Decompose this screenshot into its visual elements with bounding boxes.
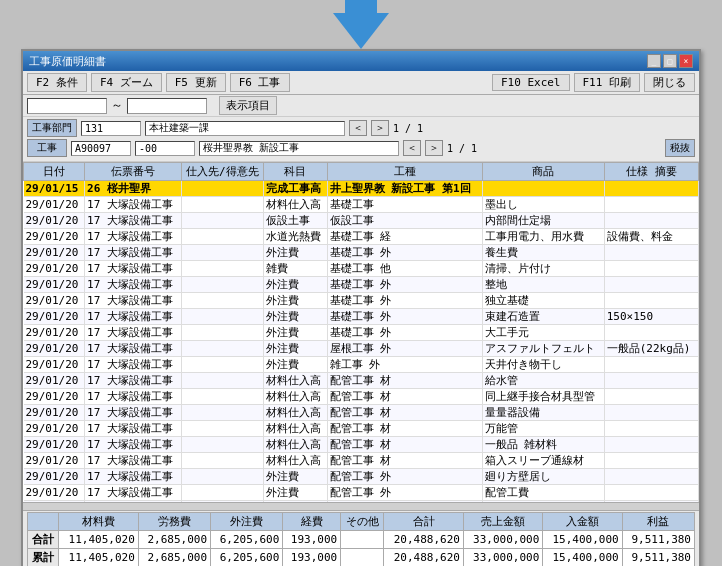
dept-next-button[interactable]: ＞ <box>371 120 389 136</box>
summary-col-other: その他 <box>341 513 384 531</box>
down-arrow <box>333 13 389 49</box>
data-table-container[interactable]: 日付 伝票番号 仕入先/得意先 科目 工種 商品 仕様 摘要 29/01/15 … <box>23 162 699 502</box>
f4-button[interactable]: F4 ズーム <box>91 73 162 92</box>
cell-supplier <box>181 437 263 453</box>
table-row[interactable]: 29/01/20 17 大塚設備工事 外注費 配管工事 外 配管工費 <box>24 485 699 501</box>
cell-spec <box>604 485 698 501</box>
highlighted-row[interactable]: 29/01/15 26 桜井聖界 完成工事高 井上聖界教 新設工事 第1回 <box>24 181 699 197</box>
scrollbar[interactable] <box>23 502 699 510</box>
cell-category: 水道光熱費 <box>263 229 327 245</box>
summary-other <box>341 531 384 549</box>
dept-code-input[interactable] <box>81 121 141 136</box>
summary-expense: 193,000 <box>283 531 341 549</box>
main-window: 工事原価明細書 _ □ × F2 条件 F4 ズーム F5 更新 F6 工事 F… <box>21 49 701 566</box>
dept-prev-button[interactable]: ＜ <box>349 120 367 136</box>
cell-product: 箱入スリーブ通線材 <box>482 453 604 469</box>
cell-worktype: 配管工事 材 <box>327 405 482 421</box>
project-name-input[interactable] <box>199 141 399 156</box>
f6-button[interactable]: F6 工事 <box>230 73 290 92</box>
table-row[interactable]: 29/01/20 17 大塚設備工事 外注費 屋根工事 外 アスファルトフェルト… <box>24 341 699 357</box>
summary-row: 累計 11,405,020 2,685,000 6,205,600 193,00… <box>28 549 695 567</box>
project-prev-button[interactable]: ＜ <box>403 140 421 156</box>
summary-col-profit: 利益 <box>622 513 694 531</box>
close-button[interactable]: × <box>679 54 693 68</box>
table-row[interactable]: 29/01/20 17 大塚設備工事 外注費 基礎工事 外 束建石造置 150×… <box>24 309 699 325</box>
table-row[interactable]: 29/01/20 17 大塚設備工事 材料仕入高 配管工事 材 量量器設備 <box>24 405 699 421</box>
cell-worktype: 基礎工事 <box>327 197 482 213</box>
cell-product: 天井付き物干し <box>482 357 604 373</box>
table-row[interactable]: 29/01/20 17 大塚設備工事 外注費 基礎工事 外 大工手元 <box>24 325 699 341</box>
cell-supplier <box>181 245 263 261</box>
cell-spec <box>604 453 698 469</box>
col-worktype: 工種 <box>327 163 482 181</box>
cell-supplier <box>181 197 263 213</box>
cell-invoice: 17 大塚設備工事 <box>85 357 182 373</box>
f2-button[interactable]: F2 条件 <box>27 73 87 92</box>
f11-button[interactable]: F11 印刷 <box>574 73 641 92</box>
cell-category: 外注費 <box>263 293 327 309</box>
cell-product: 養生費 <box>482 245 604 261</box>
summary-col-sales: 売上金額 <box>463 513 542 531</box>
cell-category: 材料仕入高 <box>263 197 327 213</box>
table-row[interactable]: 29/01/20 17 大塚設備工事 材料仕入高 配管工事 材 給水管 <box>24 373 699 389</box>
display-items-label[interactable]: 表示項目 <box>219 96 277 115</box>
summary-received: 15,400,000 <box>543 549 622 567</box>
cell-worktype: 基礎工事 外 <box>327 245 482 261</box>
cell-category: 材料仕入高 <box>263 373 327 389</box>
cell-category: 材料仕入高 <box>263 421 327 437</box>
cell-spec <box>604 245 698 261</box>
dept-name-input[interactable] <box>145 121 345 136</box>
cell-invoice: 17 大塚設備工事 <box>85 229 182 245</box>
cell-worktype: 屋根工事 外 <box>327 341 482 357</box>
cell-spec: 設備費、料金 <box>604 229 698 245</box>
cell-worktype: 基礎工事 外 <box>327 309 482 325</box>
project-code-input[interactable] <box>71 141 131 156</box>
cell-supplier <box>181 485 263 501</box>
cell-invoice: 17 大塚設備工事 <box>85 213 182 229</box>
cell-spec <box>604 197 698 213</box>
table-row[interactable]: 29/01/20 17 大塚設備工事 材料仕入高 配管工事 材 箱入スリーブ通線… <box>24 453 699 469</box>
cell-date: 29/01/15 <box>24 181 85 197</box>
close-window-button[interactable]: 閉じる <box>644 73 695 92</box>
cell-spec <box>604 389 698 405</box>
cell-date: 29/01/20 <box>24 389 85 405</box>
cell-worktype: 仮設工事 <box>327 213 482 229</box>
toolbar-right: F10 Excel F11 印刷 閉じる <box>492 73 695 92</box>
table-row[interactable]: 29/01/20 17 大塚設備工事 外注費 雑工事 外 天井付き物干し <box>24 357 699 373</box>
search-input-from[interactable] <box>27 98 107 114</box>
cell-worktype: 基礎工事 外 <box>327 277 482 293</box>
table-row[interactable]: 29/01/20 17 大塚設備工事 外注費 基礎工事 外 整地 <box>24 277 699 293</box>
f5-button[interactable]: F5 更新 <box>166 73 226 92</box>
table-row[interactable]: 29/01/20 17 大塚設備工事 材料仕入高 基礎工事 墨出し <box>24 197 699 213</box>
table-row[interactable]: 29/01/20 17 大塚設備工事 水道光熱費 基礎工事 経 工事用電力、用水… <box>24 229 699 245</box>
dept-row: 工事部門 ＜ ＞ 1 / 1 <box>27 119 695 137</box>
cell-supplier <box>181 421 263 437</box>
search-input-to[interactable] <box>127 98 207 114</box>
table-row[interactable]: 29/01/20 17 大塚設備工事 仮設土事 仮設工事 内部間仕定場 <box>24 213 699 229</box>
table-row[interactable]: 29/01/20 17 大塚設備工事 雑費 基礎工事 他 清掃、片付け <box>24 261 699 277</box>
data-table: 日付 伝票番号 仕入先/得意先 科目 工種 商品 仕様 摘要 29/01/15 … <box>23 162 699 502</box>
table-row[interactable]: 29/01/20 17 大塚設備工事 外注費 基礎工事 外 養生費 <box>24 245 699 261</box>
summary-col-labor: 労務費 <box>138 513 210 531</box>
minimize-button[interactable]: _ <box>647 54 661 68</box>
cell-invoice: 17 大塚設備工事 <box>85 245 182 261</box>
cell-product: 清掃、片付け <box>482 261 604 277</box>
table-row[interactable]: 29/01/20 17 大塚設備工事 材料仕入高 配管工事 材 同上継手接合材具… <box>24 389 699 405</box>
project-suffix-input[interactable] <box>135 141 195 156</box>
f10-button[interactable]: F10 Excel <box>492 74 570 91</box>
window-title: 工事原価明細書 <box>29 54 106 69</box>
maximize-button[interactable]: □ <box>663 54 677 68</box>
table-row[interactable]: 29/01/20 17 大塚設備工事 材料仕入高 配管工事 材 一般品 雑材料 <box>24 437 699 453</box>
table-row[interactable]: 29/01/20 17 大塚設備工事 外注費 基礎工事 外 独立基礎 <box>24 293 699 309</box>
table-row[interactable]: 29/01/20 17 大塚設備工事 材料仕入高 配管工事 材 万能管 <box>24 421 699 437</box>
toolbar: F2 条件 F4 ズーム F5 更新 F6 工事 F10 Excel F11 印… <box>23 71 699 95</box>
summary-col-received: 入金額 <box>543 513 622 531</box>
cell-date: 29/01/20 <box>24 485 85 501</box>
project-page-info: 1 / 1 <box>447 143 477 154</box>
table-row[interactable]: 29/01/20 17 大塚設備工事 外注費 配管工事 外 廻り方壁居し <box>24 469 699 485</box>
summary-labor: 2,685,000 <box>138 531 210 549</box>
cell-worktype: 基礎工事 他 <box>327 261 482 277</box>
cell-spec <box>604 181 698 197</box>
cell-date: 29/01/20 <box>24 309 85 325</box>
project-next-button[interactable]: ＞ <box>425 140 443 156</box>
